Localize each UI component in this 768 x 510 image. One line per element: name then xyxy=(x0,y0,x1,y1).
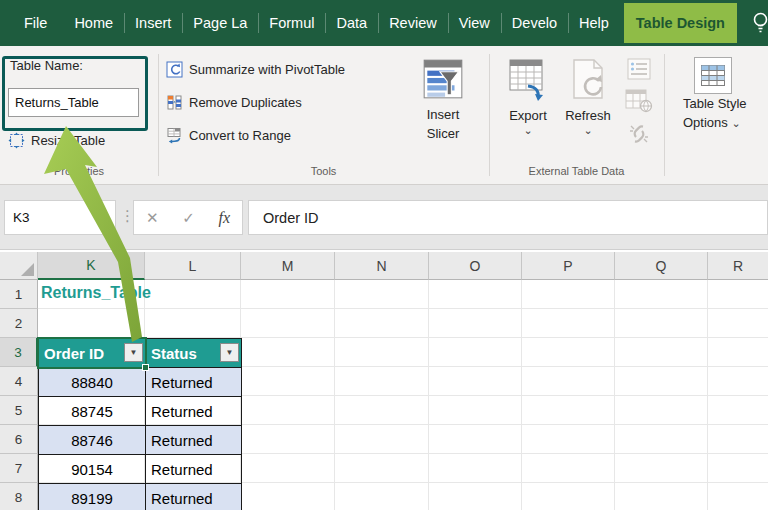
group-separator xyxy=(664,54,665,176)
external-table-data-group-label: External Table Data xyxy=(489,165,664,177)
tab-page-layout[interactable]: Page La xyxy=(182,0,258,46)
tab-help[interactable]: Help xyxy=(568,0,620,46)
cancel-icon[interactable]: ✕ xyxy=(146,209,159,227)
column-header-M[interactable]: M xyxy=(241,252,335,280)
column-header-N[interactable]: N xyxy=(335,252,429,280)
order-id-filter-button[interactable]: ▼ xyxy=(124,343,143,362)
status-filter-button[interactable]: ▼ xyxy=(220,343,239,362)
cell-status[interactable]: Returned xyxy=(146,455,242,484)
tab-view[interactable]: View xyxy=(448,0,501,46)
table-header-status[interactable]: Status ▼ xyxy=(146,339,242,368)
column-header-P[interactable]: P xyxy=(522,252,615,280)
cell-order-id[interactable]: 88745 xyxy=(39,397,146,426)
refresh-button[interactable]: Refresh ⌄ xyxy=(558,57,618,135)
properties-group-label: Properties xyxy=(0,165,158,177)
summarize-with-pivottable-label: Summarize with PivotTable xyxy=(189,62,345,77)
table-header-order-id[interactable]: Order ID ▼ xyxy=(39,339,146,368)
row-headers: 1 2 3 4 5 6 7 8 xyxy=(0,280,38,510)
cell-order-id[interactable]: 90154 xyxy=(39,455,146,484)
table-style-options-iconbox xyxy=(694,57,732,94)
tab-file[interactable]: File xyxy=(12,0,63,46)
cell-order-id[interactable]: 89199 xyxy=(39,484,146,510)
refresh-label: Refresh xyxy=(558,106,618,125)
table-header-row: Order ID ▼ Status ▼ xyxy=(39,339,242,368)
formula-bar-buttons: ✕ ✓ fx xyxy=(133,200,243,235)
group-separator xyxy=(158,54,159,176)
resize-table-icon xyxy=(8,132,25,149)
row-header-1[interactable]: 1 xyxy=(0,280,38,309)
table-name-input[interactable] xyxy=(8,88,139,117)
cell-K1-table-title[interactable]: Returns_Table xyxy=(41,284,151,302)
insert-slicer-icon xyxy=(420,56,466,102)
export-icon xyxy=(507,57,549,103)
refresh-dropdown-chevron-icon[interactable]: ⌄ xyxy=(558,125,618,135)
export-button[interactable]: Export ⌄ xyxy=(500,57,556,135)
convert-to-range-button[interactable]: Convert to Range xyxy=(166,123,291,147)
column-header-Q[interactable]: Q xyxy=(615,252,708,280)
name-box-value: K3 xyxy=(13,210,30,225)
remove-duplicates-label: Remove Duplicates xyxy=(189,95,302,110)
select-all-button[interactable] xyxy=(0,252,38,280)
convert-to-range-label: Convert to Range xyxy=(189,128,291,143)
data-range-properties-icon[interactable] xyxy=(627,58,651,80)
cell-order-id[interactable]: 88840 xyxy=(39,368,146,397)
table-style-options-button[interactable]: Table Style Options ⌄ xyxy=(680,54,768,132)
unlink-icon[interactable] xyxy=(627,122,651,146)
group-separator xyxy=(489,54,490,176)
convert-to-range-icon xyxy=(166,127,183,144)
row-header-5[interactable]: 5 xyxy=(0,396,38,425)
table-name-label: Table Name: xyxy=(10,58,83,73)
resize-table-label: Resize Table xyxy=(31,133,105,148)
row-header-4[interactable]: 4 xyxy=(0,367,38,396)
tab-table-design[interactable]: Table Design xyxy=(624,3,737,43)
table-row: 88745 Returned xyxy=(39,397,242,426)
insert-slicer-button[interactable]: Insert Slicer xyxy=(414,56,472,143)
column-header-O[interactable]: O xyxy=(429,252,522,280)
tab-review[interactable]: Review xyxy=(378,0,448,46)
tab-data[interactable]: Data xyxy=(325,0,378,46)
row-header-2[interactable]: 2 xyxy=(0,309,38,338)
returns-table: Order ID ▼ Status ▼ 88840 Returned 88745… xyxy=(38,338,242,510)
row-header-8[interactable]: 8 xyxy=(0,483,38,510)
ribbon: Table Name: Resize Table Properties Summ… xyxy=(0,46,768,185)
open-in-browser-icon[interactable] xyxy=(625,89,653,113)
export-dropdown-chevron-icon[interactable]: ⌄ xyxy=(500,125,556,135)
cell-order-id[interactable]: 88746 xyxy=(39,426,146,455)
insert-function-icon[interactable]: fx xyxy=(219,209,231,227)
cell-status[interactable]: Returned xyxy=(146,426,242,455)
table-row: 88840 Returned xyxy=(39,368,242,397)
name-box-dropdown-icon[interactable]: ▾ xyxy=(103,213,108,223)
formula-bar: K3 ▾ ⋮ ✕ ✓ fx Order ID xyxy=(0,185,768,250)
tab-home[interactable]: Home xyxy=(63,0,124,46)
table-row: 90154 Returned xyxy=(39,455,242,484)
column-header-L[interactable]: L xyxy=(145,252,241,280)
cell-status[interactable]: Returned xyxy=(146,368,242,397)
order-id-header-label: Order ID xyxy=(44,345,104,362)
status-header-label: Status xyxy=(151,345,197,362)
tab-insert[interactable]: Insert xyxy=(124,0,182,46)
table-row: 89199 Returned xyxy=(39,484,242,510)
table-style-options-label-line1: Table Style xyxy=(680,94,768,113)
row-header-6[interactable]: 6 xyxy=(0,425,38,454)
tab-developer[interactable]: Develo xyxy=(501,0,568,46)
formula-value: Order ID xyxy=(263,210,319,226)
select-all-triangle-icon xyxy=(21,263,34,276)
tab-formulas[interactable]: Formul xyxy=(258,0,325,46)
row-header-3[interactable]: 3 xyxy=(0,338,38,367)
name-box[interactable]: K3 ▾ xyxy=(4,200,116,235)
external-data-small-buttons xyxy=(624,58,654,146)
column-header-R[interactable]: R xyxy=(708,252,768,280)
column-header-K[interactable]: K xyxy=(38,252,145,280)
remove-duplicates-button[interactable]: Remove Duplicates xyxy=(166,90,302,114)
resize-table-button[interactable]: Resize Table xyxy=(8,132,105,149)
pivottable-icon xyxy=(166,61,183,78)
formula-input[interactable]: Order ID xyxy=(248,200,768,235)
summarize-with-pivottable-button[interactable]: Summarize with PivotTable xyxy=(166,57,345,81)
cell-status[interactable]: Returned xyxy=(146,397,242,426)
worksheet: K L M N O P Q R 1 2 3 4 5 6 7 8 Returns_… xyxy=(0,250,768,510)
row-header-7[interactable]: 7 xyxy=(0,454,38,483)
cell-status[interactable]: Returned xyxy=(146,484,242,510)
excel-window: File Home Insert Page La Formul Data Rev… xyxy=(0,0,768,510)
enter-icon[interactable]: ✓ xyxy=(182,209,195,227)
lightbulb-icon[interactable] xyxy=(739,0,768,46)
